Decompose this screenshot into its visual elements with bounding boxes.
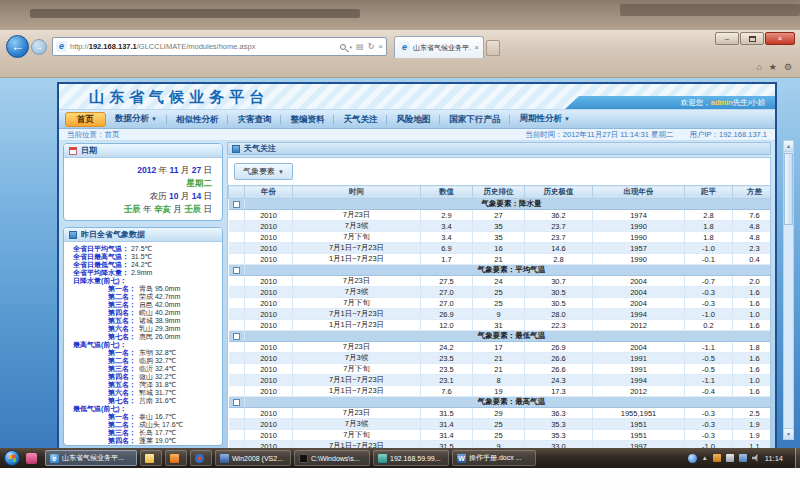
favorites-star-icon[interactable]: ★	[769, 62, 777, 72]
group-checkbox[interactable]	[233, 201, 240, 208]
home-icon[interactable]: ⌂	[756, 62, 761, 72]
network-icon[interactable]	[739, 454, 747, 462]
table-row[interactable]: 20107月1日~7月23日6.91614.61957-1.02.3	[229, 243, 772, 254]
volume-icon[interactable]	[752, 454, 760, 462]
table-cell: 24	[473, 276, 525, 287]
nav-item-1[interactable]: 首页	[65, 112, 106, 127]
table-row[interactable]: 20107月下旬31.42535.31951-0.31.9	[229, 430, 772, 441]
table-row[interactable]: 20107月3候23.52126.61991-0.51.6	[229, 353, 772, 364]
table-row[interactable]: 20107月1日~7月23日23.1824.31994-1.11.0	[229, 375, 772, 386]
nav-item-2[interactable]: 数据分析▼	[106, 111, 166, 127]
show-hidden-icons[interactable]: ▲	[702, 455, 708, 461]
table-row[interactable]: 20107月23日27.52430.72004-0.72.0	[229, 276, 772, 287]
table-header-cell: 时间	[293, 186, 421, 199]
table-cell: 26.9	[421, 309, 473, 320]
welcome-username: admin	[711, 98, 733, 107]
table-cell: 4.8	[733, 221, 772, 232]
taskbar-window-5[interactable]: Win2008 (VS2...	[215, 450, 291, 466]
group-checkbox[interactable]	[233, 399, 240, 406]
table-cell: 1990	[593, 254, 685, 265]
table-row[interactable]: 20101月1日~7月23日7.61917.32012-0.41.6	[229, 386, 772, 397]
table-row[interactable]: 20107月23日2.92736.219742.87.6	[229, 210, 772, 221]
table-cell: 2.0	[733, 276, 772, 287]
new-tab-button[interactable]	[486, 40, 500, 56]
taskbar-window-2[interactable]	[140, 450, 162, 466]
table-cell: -0.4	[685, 386, 733, 397]
nav-item-8[interactable]: 国家下行产品	[440, 112, 509, 127]
start-button[interactable]	[4, 450, 20, 466]
table-cell: 2010	[245, 364, 293, 375]
table-cell: 1.6	[733, 298, 772, 309]
table-row[interactable]: 20107月23日24.21726.92004-1.11.8	[229, 342, 772, 353]
taskbar-clock[interactable]: 11:14	[765, 454, 783, 463]
page-scrollbar[interactable]: ▲ ▼	[783, 140, 794, 440]
close-button[interactable]: ×	[765, 32, 795, 45]
nav-item-9[interactable]: 周期性分析▼	[510, 111, 578, 127]
table-cell: 9	[473, 309, 525, 320]
taskbar-window-8[interactable]: W操作手册.docx ...	[452, 450, 536, 466]
action-center-flag-icon[interactable]	[726, 454, 734, 462]
table-cell: 1.8	[685, 232, 733, 243]
page-background: 山东省气候业务平台 欢迎您， admin 先生/小姐 首页数据分析▼相似性分析灾…	[0, 78, 800, 448]
table-cell: 33.0	[525, 441, 593, 449]
table-row[interactable]: 20107月下旬23.52126.61991-0.51.6	[229, 364, 772, 375]
show-desktop-button[interactable]	[795, 448, 800, 468]
browser-tab[interactable]: e 山东省气候业务平... ×	[394, 36, 484, 58]
stop-icon[interactable]: ×	[378, 42, 383, 51]
ranking-row: 第七名：莒南 31.6℃	[64, 397, 222, 405]
back-button[interactable]: ←	[6, 35, 29, 58]
maximize-button[interactable]	[740, 32, 764, 45]
group-checkbox[interactable]	[233, 267, 240, 274]
table-row[interactable]: 20107月23日31.52936.31955,1951-0.32.5	[229, 408, 772, 419]
search-icon[interactable]	[340, 44, 346, 50]
settings-gear-icon[interactable]: ⚙	[784, 62, 792, 72]
row-check-cell	[229, 309, 245, 320]
nav-item-6[interactable]: 天气关注	[334, 112, 386, 127]
pinned-app-icon[interactable]	[26, 453, 37, 464]
row-check-cell	[229, 364, 245, 375]
taskbar-window-7[interactable]: 192.168.59.99...	[373, 450, 449, 466]
table-cell: 30.5	[525, 298, 593, 309]
table-row[interactable]: 20107月3候27.02530.52004-0.31.6	[229, 287, 772, 298]
tray-app-icon[interactable]	[713, 454, 721, 462]
ime-icon[interactable]	[688, 454, 697, 463]
group-checkbox[interactable]	[233, 333, 240, 340]
table-row[interactable]: 20101月1日~7月23日12.03122.320120.21.6	[229, 320, 772, 331]
table-row[interactable]: 20107月3候3.43523.719901.84.8	[229, 221, 772, 232]
refresh-icon[interactable]: ↻	[368, 42, 375, 51]
url-text[interactable]: http://192.168.137.1/GLCCLIMATE/modules/…	[70, 42, 337, 51]
scroll-down-icon[interactable]: ▼	[784, 428, 793, 439]
weather-panel-title: 昨日全省气象数据	[81, 229, 145, 240]
taskbar-window-3[interactable]	[165, 450, 187, 466]
table-row[interactable]: 20107月下旬3.43523.719901.84.8	[229, 232, 772, 243]
nav-item-5[interactable]: 整编资料	[281, 112, 333, 127]
taskbar-window-4[interactable]	[190, 450, 212, 466]
scroll-up-icon[interactable]: ▲	[784, 141, 793, 152]
search-dropdown-icon[interactable]: ▾	[350, 44, 353, 50]
address-bar[interactable]: e http://192.168.137.1/GLCCLIMATE/module…	[52, 37, 387, 56]
taskbar-window-6[interactable]: C:\Windows\s...	[294, 450, 370, 466]
table-row[interactable]: 20101月1日~7月23日1.7212.81990-0.10.4	[229, 254, 772, 265]
element-selector-button[interactable]: 气象要素 ▼	[234, 163, 293, 180]
forward-button[interactable]: →	[31, 39, 47, 55]
table-cell: 1.6	[733, 287, 772, 298]
scrollbar-thumb[interactable]	[784, 153, 793, 225]
table-cell: 2010	[245, 342, 293, 353]
table-row[interactable]: 20107月1日~7月23日26.9928.01994-1.01.0	[229, 309, 772, 320]
site-container: 山东省气候业务平台 欢迎您， admin 先生/小姐 首页数据分析▼相似性分析灾…	[57, 82, 777, 448]
nav-item-3[interactable]: 相似性分析	[167, 112, 228, 127]
system-tray: ▲ 11:14	[688, 454, 791, 463]
nav-item-4[interactable]: 灾害查询	[228, 112, 280, 127]
table-row[interactable]: 20107月3候31.42535.31951-0.31.9	[229, 419, 772, 430]
table-row[interactable]: 20107月1日~7月23日31.5933.01997-1.01.1	[229, 441, 772, 449]
table-cell: 17	[473, 342, 525, 353]
table-cell: 23.7	[525, 221, 593, 232]
table-cell: 1951	[593, 419, 685, 430]
nav-item-7[interactable]: 风险地图	[387, 112, 439, 127]
tab-close-icon[interactable]: ×	[474, 43, 479, 52]
compatibility-icon[interactable]: ▤	[356, 42, 364, 51]
site-header: 山东省气候业务平台 欢迎您， admin 先生/小姐	[59, 84, 775, 110]
taskbar-window-1[interactable]: e山东省气候业务平...	[45, 450, 137, 466]
table-row[interactable]: 20107月下旬27.02530.52004-0.31.6	[229, 298, 772, 309]
table-cell: 9	[473, 441, 525, 449]
